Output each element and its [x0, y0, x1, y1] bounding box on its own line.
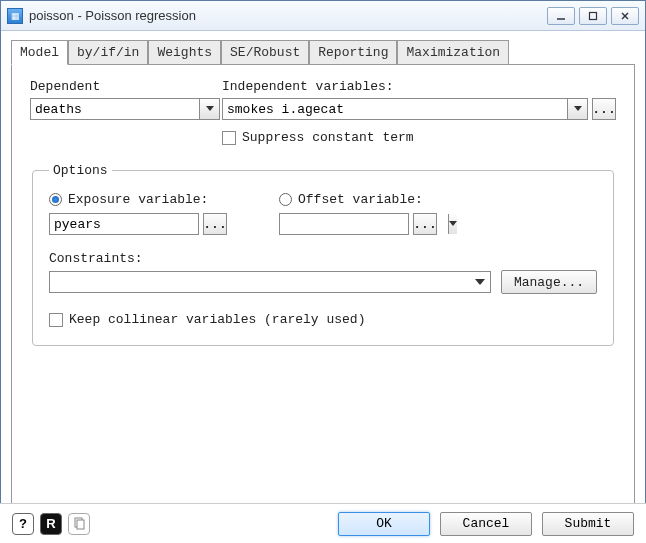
maximize-button[interactable]	[579, 7, 607, 25]
options-group: Options Exposure variable: ...	[32, 163, 614, 346]
exposure-radio[interactable]	[49, 193, 62, 206]
app-icon: ▦	[7, 8, 23, 24]
svg-rect-10	[77, 520, 84, 529]
independent-input[interactable]	[223, 100, 567, 119]
offset-browse-button[interactable]: ...	[413, 213, 437, 235]
copy-icon	[73, 517, 85, 531]
chevron-down-icon[interactable]	[470, 272, 490, 292]
close-button[interactable]	[611, 7, 639, 25]
dependent-label: Dependent	[30, 79, 190, 94]
options-legend: Options	[49, 163, 112, 178]
exposure-browse-button[interactable]: ...	[203, 213, 227, 235]
titlebar: ▦ poisson - Poisson regression	[1, 1, 645, 31]
tab-model[interactable]: Model	[11, 40, 68, 65]
chevron-down-icon[interactable]	[199, 99, 219, 119]
independent-browse-button[interactable]: ...	[592, 98, 616, 120]
keep-collinear-checkbox[interactable]	[49, 313, 63, 327]
svg-marker-8	[475, 279, 485, 285]
tab-reporting[interactable]: Reporting	[309, 40, 397, 65]
tab-maximization[interactable]: Maximization	[397, 40, 509, 65]
tab-panel-model: Dependent ... Independent variables:	[11, 64, 635, 504]
suppress-constant-label: Suppress constant term	[242, 130, 414, 145]
svg-marker-7	[449, 221, 457, 226]
dependent-input[interactable]	[31, 100, 199, 119]
keep-collinear-label: Keep collinear variables (rarely used)	[69, 312, 365, 327]
reset-button[interactable]: R	[40, 513, 62, 535]
exposure-label: Exposure variable:	[68, 192, 208, 207]
submit-button[interactable]: Submit	[542, 512, 634, 536]
offset-radio[interactable]	[279, 193, 292, 206]
svg-rect-1	[590, 12, 597, 19]
manage-button[interactable]: Manage...	[501, 270, 597, 294]
tab-strip: Model by/if/in Weights SE/Robust Reporti…	[11, 39, 635, 64]
constraints-input[interactable]	[50, 273, 470, 292]
offset-combo[interactable]	[279, 213, 409, 235]
tab-byifin[interactable]: by/if/in	[68, 40, 148, 65]
exposure-input[interactable]	[50, 215, 218, 234]
tab-serobust[interactable]: SE/Robust	[221, 40, 309, 65]
minimize-button[interactable]	[547, 7, 575, 25]
window-title: poisson - Poisson regression	[29, 8, 547, 23]
svg-marker-5	[574, 106, 582, 111]
copy-button[interactable]	[68, 513, 90, 535]
constraints-combo[interactable]	[49, 271, 491, 293]
exposure-combo[interactable]	[49, 213, 199, 235]
independent-label: Independent variables:	[222, 79, 616, 94]
independent-combo[interactable]	[222, 98, 588, 120]
chevron-down-icon[interactable]	[567, 99, 587, 119]
ok-button[interactable]: OK	[338, 512, 430, 536]
dependent-combo[interactable]	[30, 98, 220, 120]
suppress-constant-checkbox[interactable]	[222, 131, 236, 145]
chevron-down-icon[interactable]	[448, 214, 457, 234]
dialog-footer: ? R OK Cancel Submit	[0, 503, 646, 543]
help-button[interactable]: ?	[12, 513, 34, 535]
constraints-label: Constraints:	[49, 251, 597, 266]
tab-weights[interactable]: Weights	[148, 40, 221, 65]
offset-label: Offset variable:	[298, 192, 423, 207]
svg-marker-4	[206, 106, 214, 111]
cancel-button[interactable]: Cancel	[440, 512, 532, 536]
